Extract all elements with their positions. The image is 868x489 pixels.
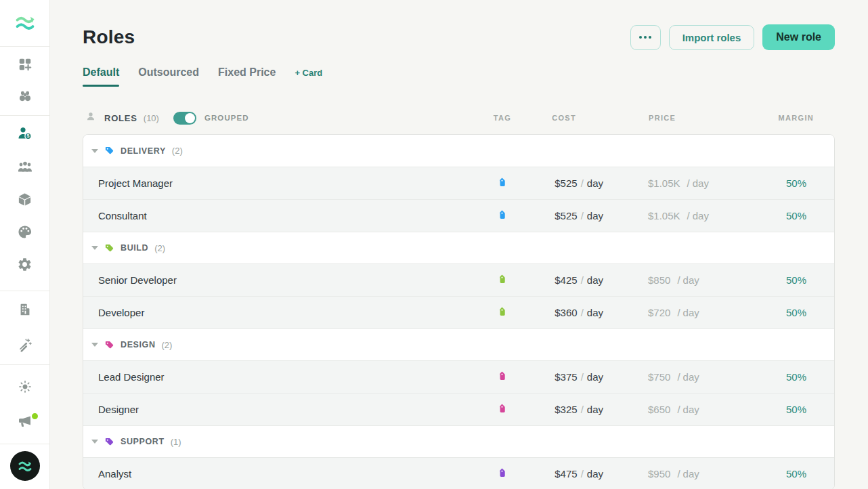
role-cost: $360/day xyxy=(522,307,603,318)
avatar-logo-icon xyxy=(10,451,40,481)
role-name: Senior Developer xyxy=(83,274,481,286)
role-margin: 50% xyxy=(773,274,834,286)
group-count: (2) xyxy=(172,146,183,156)
group-header-row[interactable]: DELIVERY (2) xyxy=(83,135,834,167)
group-name: BUILD xyxy=(121,243,148,253)
person-dollar-roles-icon: $ xyxy=(16,125,33,144)
header-actions: Import roles New role xyxy=(630,24,835,50)
role-row[interactable]: Project Manager $525/day $1.05K/day 50% xyxy=(83,167,834,199)
role-name: Designer xyxy=(83,404,481,415)
role-price: $1.05K/day xyxy=(603,210,773,221)
role-tag xyxy=(481,178,522,188)
role-tag xyxy=(481,404,522,414)
role-price: $850/day xyxy=(603,274,773,286)
sidebar-item-settings[interactable] xyxy=(0,257,49,275)
tab-default[interactable]: Default xyxy=(83,66,119,87)
app-logo[interactable] xyxy=(0,14,49,35)
chevron-down-icon[interactable] xyxy=(91,343,98,347)
role-cost: $325/day xyxy=(522,404,603,415)
sidebar-item-dashboard[interactable] xyxy=(0,57,49,75)
role-tag xyxy=(481,275,522,285)
tag-icon xyxy=(494,370,508,384)
tag-icon xyxy=(104,243,114,253)
sidebar-item-announcements[interactable] xyxy=(0,413,49,432)
megaphone-announcements-icon xyxy=(16,413,34,432)
grouped-toggle[interactable] xyxy=(173,112,196,125)
role-name: Consultant xyxy=(83,210,481,221)
sidebar-item-design[interactable] xyxy=(0,224,49,242)
new-role-button[interactable]: New role xyxy=(762,24,835,50)
role-margin: 50% xyxy=(773,177,834,189)
group-header-row[interactable]: SUPPORT (1) xyxy=(83,425,834,457)
roles-table: DELIVERY (2) Project Manager $525/day $1… xyxy=(83,134,835,489)
sidebar-divider xyxy=(0,364,49,365)
sun-theme-icon xyxy=(18,379,32,397)
role-row[interactable]: Analyst $475/day $950/day 50% xyxy=(83,457,834,489)
tag-icon xyxy=(494,305,508,320)
sidebar-divider xyxy=(0,115,49,116)
chevron-down-icon[interactable] xyxy=(91,440,98,444)
group-name: SUPPORT xyxy=(121,437,165,446)
svg-text:$: $ xyxy=(27,133,30,139)
tag-icon xyxy=(104,340,114,350)
gear-settings-icon xyxy=(17,257,32,275)
chevron-down-icon[interactable] xyxy=(91,246,98,250)
column-header-tag: TAG xyxy=(482,114,523,122)
main-content: Roles Import roles New role Default Outs… xyxy=(50,0,868,489)
roles-count: (10) xyxy=(144,113,159,123)
role-cost: $525/day xyxy=(522,210,603,221)
group-name: DESIGN xyxy=(121,340,156,349)
role-row[interactable]: Developer $360/day $720/day 50% xyxy=(83,296,834,328)
grouped-label: GROUPED xyxy=(204,114,249,122)
role-price: $720/day xyxy=(603,307,773,318)
sidebar-item-automation[interactable] xyxy=(0,337,49,355)
sidebar-item-company[interactable] xyxy=(0,302,49,320)
role-cost: $425/day xyxy=(522,274,603,286)
role-price: $650/day xyxy=(603,404,773,415)
tag-icon xyxy=(494,402,508,417)
magic-wand-icon xyxy=(18,337,32,355)
group-count: (2) xyxy=(162,340,173,350)
group-count: (1) xyxy=(171,437,181,447)
sidebar-item-explore[interactable] xyxy=(0,89,49,106)
sidebar-item-theme[interactable] xyxy=(0,379,49,397)
role-name: Developer xyxy=(83,307,481,318)
role-cost: $525/day xyxy=(522,177,603,189)
tab-fixed-price[interactable]: Fixed Price xyxy=(218,66,276,87)
role-margin: 50% xyxy=(773,468,834,480)
group-header-row[interactable]: DESIGN (2) xyxy=(83,328,834,360)
sidebar-item-roles-active[interactable]: $ xyxy=(0,125,49,144)
group-header-row[interactable]: BUILD (2) xyxy=(83,232,834,263)
role-row[interactable]: Senior Developer $425/day $850/day 50% xyxy=(83,263,834,296)
chevron-down-icon[interactable] xyxy=(91,149,98,153)
tab-bar: Default Outsourced Fixed Price + Card xyxy=(83,66,835,87)
tag-icon xyxy=(104,437,114,447)
role-row[interactable]: Consultant $525/day $1.05K/day 50% xyxy=(83,199,834,232)
sidebar-item-projects[interactable] xyxy=(0,192,49,210)
role-tag xyxy=(481,307,522,318)
user-avatar[interactable] xyxy=(0,451,49,481)
sidebar-item-team[interactable] xyxy=(0,159,49,178)
role-price: $1.05K/day xyxy=(603,177,773,189)
role-margin: 50% xyxy=(773,404,834,415)
role-tag xyxy=(481,211,522,221)
tab-outsourced[interactable]: Outsourced xyxy=(138,66,199,87)
add-card-button[interactable]: + Card xyxy=(295,68,322,87)
more-options-button[interactable] xyxy=(630,25,661,50)
role-margin: 50% xyxy=(773,210,834,221)
tag-icon xyxy=(104,146,114,156)
role-row[interactable]: Lead Designer $375/day $750/day 50% xyxy=(83,360,834,393)
column-header-cost: COST xyxy=(523,114,604,122)
group-count: (2) xyxy=(154,243,165,253)
sidebar-divider xyxy=(0,444,49,444)
role-row[interactable]: Designer $325/day $650/day 50% xyxy=(83,393,834,425)
ellipsis-icon xyxy=(639,36,642,39)
tag-icon xyxy=(494,209,508,223)
people-team-icon xyxy=(17,159,33,178)
role-tag xyxy=(481,372,522,382)
sidebar-divider xyxy=(0,291,49,291)
role-margin: 50% xyxy=(773,371,834,383)
tag-icon xyxy=(494,176,508,190)
tag-icon xyxy=(494,273,508,287)
import-roles-button[interactable]: Import roles xyxy=(669,25,755,50)
